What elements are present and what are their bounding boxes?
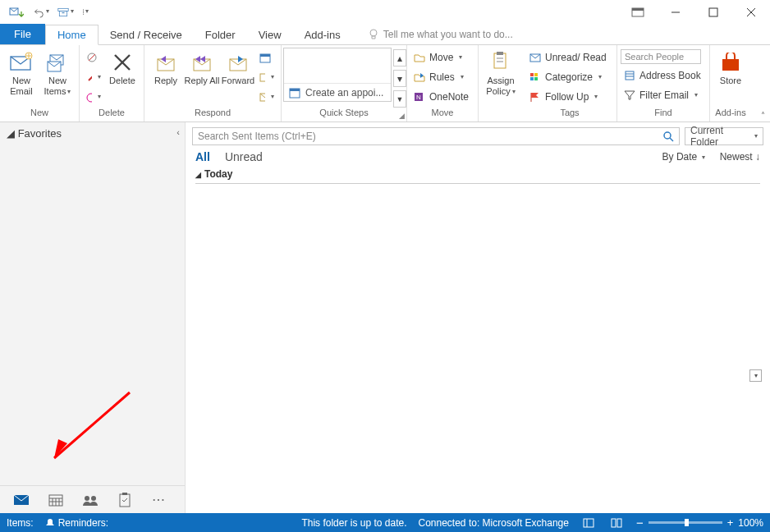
new-items-button[interactable]: New Items▾ [39, 48, 76, 98]
delete-button[interactable]: Delete [104, 48, 140, 86]
filter-unread[interactable]: Unread [225, 150, 263, 163]
peek-calendar-icon[interactable] [48, 492, 64, 508]
flag-icon [529, 92, 541, 102]
tell-me-search[interactable]: Tell me what you want to do... [369, 29, 513, 44]
meeting-button[interactable] [256, 49, 277, 66]
assign-policy-button[interactable]: Assign Policy▾ [482, 48, 520, 98]
cleanup-icon [86, 71, 92, 83]
window-minimize-button[interactable] [657, 0, 694, 24]
collapse-ribbon-button[interactable]: ˄ [761, 111, 765, 120]
reply-all-label: Reply All [185, 76, 220, 86]
peek-mail-icon[interactable] [13, 492, 30, 508]
peek-tasks-icon[interactable] [117, 492, 133, 508]
group-assign-policy: Assign Policy▾ [479, 45, 523, 122]
qs-launcher-icon[interactable]: ◢ [399, 112, 405, 120]
reading-pane-toggle[interactable]: ▾ [749, 369, 762, 382]
peek-people-icon[interactable] [82, 492, 99, 508]
qs-scroll-down[interactable]: ▾ [393, 70, 406, 87]
group-find-label: Find [617, 108, 709, 122]
zoom-out-button[interactable]: − [636, 516, 644, 530]
forward-button[interactable]: Forward [220, 48, 256, 86]
search-people-input[interactable]: Search People [621, 49, 701, 64]
quick-step-label: Create an appoi... [305, 87, 383, 99]
svg-rect-30 [290, 89, 300, 91]
svg-line-16 [89, 54, 95, 61]
forward-attachment-button[interactable]: ▾ [256, 69, 277, 85]
group-delete: ▾ ▾ Delete Delete [80, 45, 144, 122]
more-respond-button[interactable]: ▾ [256, 89, 277, 105]
tab-folder[interactable]: Folder [194, 25, 247, 44]
cleanup-button[interactable]: ▾ [83, 69, 104, 85]
new-email-icon [8, 49, 34, 76]
junk-icon [86, 91, 92, 103]
qs-more[interactable]: ▼ [393, 90, 406, 108]
tab-view[interactable]: View [247, 25, 293, 44]
new-email-button[interactable]: New Email [3, 48, 39, 97]
follow-up-button[interactable]: Follow Up▾ [526, 89, 613, 105]
favorites-header[interactable]: ◢ Favorites [0, 122, 185, 144]
zoom-slider[interactable] [649, 521, 722, 524]
ribbon: New Email New Items▾ New ▾ ▾ Delete Dele… [0, 45, 770, 122]
group-move-label: Move [407, 108, 478, 122]
group-tags: Unread/ Read Categorize▾ Follow Up▾ Tags [523, 45, 617, 122]
ribbon-tabs: File Home Send / Receive Folder View Add… [0, 24, 770, 45]
categorize-button[interactable]: Categorize▾ [526, 69, 613, 85]
move-button[interactable]: Move▾ [410, 49, 474, 66]
reminder-bell-icon [45, 518, 55, 528]
filter-email-button[interactable]: Filter Email▾ [621, 87, 706, 103]
search-placeholder: Search Sent Items (Ctrl+E) [198, 131, 316, 142]
onenote-button[interactable]: NOneNote [410, 89, 474, 105]
date-group-today[interactable]: ◢Today [195, 167, 760, 184]
search-scope-dropdown[interactable]: Current Folder▾ [685, 127, 763, 145]
ignore-button[interactable] [83, 49, 104, 66]
search-people-placeholder: Search People [625, 52, 684, 62]
search-icon [662, 131, 674, 142]
tab-send-receive[interactable]: Send / Receive [99, 25, 194, 44]
sort-by-date[interactable]: By Date ▾ [662, 151, 705, 163]
tab-file[interactable]: File [0, 24, 45, 44]
message-list-pane: Search Sent Items (Ctrl+E) Current Folde… [186, 122, 770, 513]
group-quick-steps: Create an appoi... ▴ ▾ ▼ Quick Steps◢ [282, 45, 407, 122]
reply-all-button[interactable]: Reply All [184, 48, 220, 86]
store-button[interactable]: Store [713, 48, 748, 86]
search-scope-label: Current Folder [690, 125, 753, 148]
tab-home[interactable]: Home [45, 25, 99, 45]
svg-rect-26 [260, 54, 270, 57]
unread-read-button[interactable]: Unread/ Read [526, 49, 613, 66]
zoom-level[interactable]: 100% [738, 517, 763, 529]
qat-send-receive-icon[interactable] [8, 4, 25, 21]
status-reminders[interactable]: Reminders: [45, 517, 108, 529]
meeting-icon [259, 52, 273, 63]
svg-rect-1 [58, 8, 68, 11]
peek-more-button[interactable]: ··· [151, 492, 167, 508]
calendar-appointment-icon [289, 87, 300, 99]
zoom-control[interactable]: − + 100% [636, 516, 763, 530]
group-respond: Reply Reply All Forward ▾ ▾ Respond [144, 45, 282, 122]
tab-add-ins[interactable]: Add-ins [293, 25, 352, 44]
window-maximize-button[interactable] [694, 0, 732, 24]
ribbon-display-options-icon[interactable] [619, 0, 657, 24]
search-box[interactable]: Search Sent Items (Ctrl+E) [192, 127, 680, 145]
sort-newest[interactable]: Newest ↓ [720, 151, 760, 163]
zoom-in-button[interactable]: + [727, 516, 734, 529]
qat-undo-icon[interactable]: ▾ [33, 4, 49, 21]
rules-button[interactable]: Rules▾ [410, 69, 474, 85]
junk-button[interactable]: ▾ [83, 89, 104, 105]
quick-steps-gallery[interactable]: Create an appoi... [283, 48, 392, 102]
view-reading-button[interactable] [608, 516, 625, 530]
window-close-button[interactable] [732, 0, 770, 24]
filter-all[interactable]: All [195, 150, 210, 163]
rules-icon [414, 72, 425, 82]
reply-all-icon [189, 49, 215, 76]
group-delete-label: Delete [80, 108, 144, 122]
qat-archive-icon[interactable]: ▾ [57, 4, 74, 21]
view-normal-button[interactable] [580, 516, 597, 530]
qs-scroll-up[interactable]: ▴ [393, 49, 406, 66]
address-book-button[interactable]: Address Book [621, 67, 706, 84]
svg-rect-27 [260, 74, 265, 81]
store-icon [717, 49, 744, 76]
qat-customize-icon[interactable]: ⁞▾ [82, 4, 89, 21]
reply-button[interactable]: Reply [148, 48, 184, 86]
minimize-folder-pane-button[interactable]: ‹ [176, 127, 180, 137]
move-icon [414, 53, 425, 62]
